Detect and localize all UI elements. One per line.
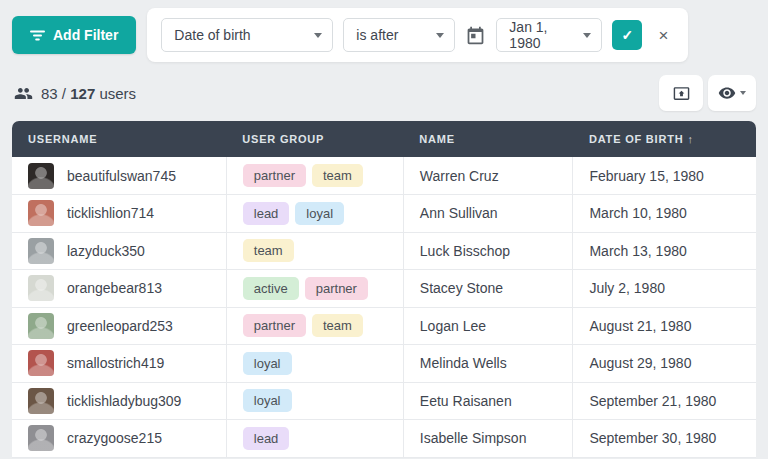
present-export-icon [673, 85, 690, 102]
page: Add Filter Date of birth is after Jan 1,… [0, 0, 768, 459]
dob-text: July 2, 1980 [573, 270, 756, 308]
group-tag-loyal: loyal [243, 389, 292, 412]
users-table: USERNAMEUSER GROUPNAMEDATE OF BIRTH↑ bea… [12, 121, 756, 458]
table-row[interactable]: lazyduck350teamLuck BisschopMarch 13, 19… [12, 232, 756, 270]
user-count-text: 83 / 127 users [41, 85, 136, 102]
column-header-date-of-birth[interactable]: DATE OF BIRTH↑ [573, 121, 756, 157]
chevron-down-icon [436, 33, 444, 38]
calendar-icon [465, 25, 486, 46]
calendar-button[interactable] [465, 25, 486, 46]
filter-value: Jan 1, 1980 [509, 19, 575, 51]
avatar [28, 163, 54, 189]
close-icon: × [658, 27, 668, 44]
add-filter-label: Add Filter [53, 27, 118, 43]
filter-lines-icon [30, 30, 45, 41]
active-filter-bar: Date of birth is after Jan 1, 1980 ✓ × [147, 8, 688, 62]
dob-text: September 30, 1980 [573, 420, 756, 458]
username-text: lazyduck350 [67, 243, 145, 259]
eye-icon [718, 84, 736, 102]
group-tag-loyal: loyal [295, 202, 344, 225]
table-row[interactable]: greenleopard253partnerteamLogan LeeAugus… [12, 307, 756, 345]
filter-value-select[interactable]: Jan 1, 1980 [496, 18, 602, 52]
dob-text: September 21, 1980 [573, 382, 756, 420]
dob-text: February 15, 1980 [573, 157, 756, 195]
group-tag-active: active [243, 277, 299, 300]
avatar [28, 313, 54, 339]
avatar [28, 200, 54, 226]
table-row[interactable]: ticklishladybug309loyalEetu RaisanenSept… [12, 382, 756, 420]
username-text: ticklishladybug309 [67, 393, 181, 409]
user-count: 83 / 127 users [14, 84, 136, 103]
username-text: smallostrich419 [67, 355, 164, 371]
chevron-down-icon [583, 33, 591, 38]
group-tag-team: team [312, 314, 363, 337]
avatar [28, 350, 54, 376]
remove-filter-button[interactable]: × [652, 24, 674, 46]
name-text: Isabelle Simpson [403, 420, 573, 458]
column-visibility-button[interactable] [708, 75, 756, 111]
username-text: orangebear813 [67, 280, 162, 296]
username-text: crazygoose215 [67, 430, 162, 446]
export-button[interactable] [659, 75, 703, 111]
users-icon [14, 84, 33, 103]
filter-row: Add Filter Date of birth is after Jan 1,… [0, 0, 768, 62]
name-text: Warren Cruz [403, 157, 573, 195]
table-row[interactable]: beautifulswan745partnerteamWarren CruzFe… [12, 157, 756, 195]
add-filter-button[interactable]: Add Filter [12, 16, 136, 54]
name-text: Stacey Stone [403, 270, 573, 308]
table-row[interactable]: orangebear813activepartnerStacey StoneJu… [12, 270, 756, 308]
group-tag-partner: partner [305, 277, 368, 300]
group-tag-lead: lead [243, 202, 290, 225]
group-tag-loyal: loyal [243, 352, 292, 375]
count-row: 83 / 127 users [0, 62, 768, 110]
name-text: Logan Lee [403, 307, 573, 345]
table-row[interactable]: smallostrich419loyalMelinda WellsAugust … [12, 345, 756, 383]
filter-operator-value: is after [356, 27, 398, 43]
column-header-name[interactable]: NAME [403, 121, 573, 157]
group-tag-team: team [243, 239, 294, 262]
dob-text: August 29, 1980 [573, 345, 756, 383]
group-tag-partner: partner [243, 164, 306, 187]
dob-text: March 10, 1980 [573, 195, 756, 233]
dob-text: August 21, 1980 [573, 307, 756, 345]
name-text: Ann Sullivan [403, 195, 573, 233]
filter-operator-select[interactable]: is after [343, 18, 455, 52]
apply-filter-button[interactable]: ✓ [612, 20, 642, 50]
chevron-down-icon [740, 91, 746, 95]
table-actions [659, 75, 756, 111]
dob-text: March 13, 1980 [573, 232, 756, 270]
column-header-username[interactable]: USERNAME [12, 121, 226, 157]
username-text: ticklishlion714 [67, 205, 154, 221]
username-text: beautifulswan745 [67, 168, 176, 184]
name-text: Melinda Wells [403, 345, 573, 383]
avatar [28, 238, 54, 264]
table-header: USERNAMEUSER GROUPNAMEDATE OF BIRTH↑ [12, 121, 756, 157]
group-tag-partner: partner [243, 314, 306, 337]
avatar [28, 425, 54, 451]
check-icon: ✓ [621, 27, 633, 43]
username-text: greenleopard253 [67, 318, 173, 334]
sort-ascending-icon: ↑ [687, 133, 693, 145]
avatar [28, 388, 54, 414]
filter-field-value: Date of birth [174, 27, 250, 43]
table-row[interactable]: ticklishlion714leadloyalAnn SullivanMarc… [12, 195, 756, 233]
group-tag-team: team [312, 164, 363, 187]
chevron-down-icon [314, 33, 322, 38]
avatar [28, 275, 54, 301]
name-text: Luck Bisschop [403, 232, 573, 270]
group-tag-lead: lead [243, 427, 290, 450]
filter-field-select[interactable]: Date of birth [161, 18, 333, 52]
table-row[interactable]: crazygoose215leadIsabelle SimpsonSeptemb… [12, 420, 756, 458]
column-header-user-group[interactable]: USER GROUP [226, 121, 403, 157]
name-text: Eetu Raisanen [403, 382, 573, 420]
